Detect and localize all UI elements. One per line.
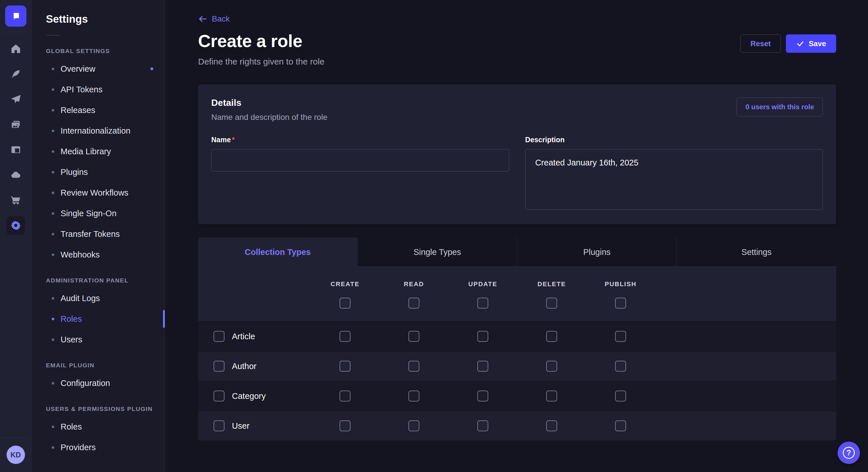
active-indicator <box>163 310 165 328</box>
description-textarea[interactable]: Created January 16th, 2025 <box>525 149 823 210</box>
subnav-item-transfer-tokens[interactable]: Transfer Tokens <box>32 224 165 244</box>
permission-cell <box>517 361 586 372</box>
settings-subnav: Settings GLOBAL SETTINGSOverviewAPI Toke… <box>32 0 165 472</box>
permission-cell <box>448 331 517 342</box>
row-select-checkbox-article[interactable] <box>214 331 224 342</box>
article-read-checkbox[interactable] <box>408 331 420 342</box>
permission-cell <box>586 420 655 431</box>
category-read-checkbox[interactable] <box>408 391 420 401</box>
author-delete-checkbox[interactable] <box>546 361 557 372</box>
category-delete-checkbox[interactable] <box>546 391 557 401</box>
required-marker: * <box>232 136 235 144</box>
subnav-item-api-tokens[interactable]: API Tokens <box>32 79 165 100</box>
author-create-checkbox[interactable] <box>340 361 350 372</box>
category-update-checkbox[interactable] <box>477 391 488 401</box>
details-card: Details Name and description of the role… <box>198 84 836 224</box>
subnav-item-internationalization[interactable]: Internationalization <box>32 121 165 141</box>
subnav-item-media-library[interactable]: Media Library <box>32 141 165 162</box>
author-update-checkbox[interactable] <box>477 361 488 372</box>
subnav-item-roles[interactable]: Roles <box>32 308 165 329</box>
subnav-item-webhooks[interactable]: Webhooks <box>32 244 165 265</box>
users-with-role-button[interactable]: 0 users with this role <box>737 98 823 116</box>
subnav-item-plugins[interactable]: Plugins <box>32 162 165 182</box>
select-all-publish-checkbox[interactable] <box>615 298 626 308</box>
strapi-logo-icon <box>9 10 22 22</box>
page-header: Create a role Define the rights given to… <box>198 31 836 67</box>
rail-footer: KD <box>0 438 31 472</box>
subnav-item-roles[interactable]: Roles <box>32 416 165 437</box>
user-publish-checkbox[interactable] <box>615 420 626 431</box>
table-row-user: User <box>198 411 836 440</box>
select-all-create-checkbox[interactable] <box>340 298 350 308</box>
row-select-checkbox-user[interactable] <box>214 420 224 431</box>
permission-cell <box>311 361 379 372</box>
subnav-item-configuration[interactable]: Configuration <box>32 373 165 394</box>
subnav-item-releases[interactable]: Releases <box>32 100 165 121</box>
select-all-delete-checkbox[interactable] <box>546 298 557 308</box>
user-read-checkbox[interactable] <box>408 420 420 431</box>
subnav-section: GLOBAL SETTINGSOverviewAPI TokensRelease… <box>32 47 165 265</box>
permissions-tabs: Collection TypesSingle TypesPluginsSetti… <box>198 237 836 267</box>
user-create-checkbox[interactable] <box>340 420 350 431</box>
avatar[interactable]: KD <box>7 446 25 464</box>
back-link[interactable]: Back <box>198 14 229 24</box>
subnav-section: EMAIL PLUGINConfiguration <box>32 362 165 394</box>
subnav-item-label: Audit Logs <box>61 294 100 303</box>
main-content: Back Create a role Define the rights giv… <box>165 0 868 472</box>
help-button[interactable]: ? <box>838 442 860 464</box>
category-publish-checkbox[interactable] <box>615 391 626 401</box>
paper-plane-icon[interactable] <box>7 90 25 108</box>
gear-icon[interactable] <box>7 216 25 235</box>
select-all-update-checkbox[interactable] <box>477 298 488 308</box>
subnav-item-review-workflows[interactable]: Review Workflows <box>32 182 165 203</box>
subnav-item-label: Webhooks <box>61 250 100 260</box>
tab-settings[interactable]: Settings <box>677 237 836 267</box>
name-input[interactable] <box>211 149 509 171</box>
subnav-item-label: Users <box>61 335 82 344</box>
user-delete-checkbox[interactable] <box>546 420 557 431</box>
article-publish-checkbox[interactable] <box>615 331 626 342</box>
tab-plugins[interactable]: Plugins <box>517 237 677 267</box>
layout-icon[interactable] <box>7 140 25 159</box>
cart-icon[interactable] <box>7 191 25 209</box>
strapi-logo[interactable] <box>5 5 26 27</box>
tab-collection-types[interactable]: Collection Types <box>198 237 358 267</box>
permissions-rows: ArticleAuthorCategoryUser <box>198 321 836 440</box>
details-fields: Name* Description Created January 16th, … <box>211 136 823 211</box>
cloud-icon[interactable] <box>7 166 25 184</box>
row-select-checkbox-category[interactable] <box>214 391 224 401</box>
category-create-checkbox[interactable] <box>340 391 350 401</box>
permissions-card: Collection TypesSingle TypesPluginsSetti… <box>198 237 836 440</box>
subnav-item-label: Single Sign-On <box>61 209 117 218</box>
reset-button[interactable]: Reset <box>740 34 781 53</box>
subnav-section: ADMINISTRATION PANELAudit LogsRolesUsers <box>32 277 165 350</box>
user-update-checkbox[interactable] <box>477 420 488 431</box>
row-label: Author <box>232 362 256 371</box>
subnav-item-overview[interactable]: Overview <box>32 59 165 79</box>
row-name-cell: User <box>198 420 311 431</box>
save-button[interactable]: Save <box>786 34 836 53</box>
tab-single-types[interactable]: Single Types <box>358 237 517 267</box>
images-icon[interactable] <box>7 115 25 134</box>
select-all-read-checkbox[interactable] <box>408 298 420 308</box>
article-create-checkbox[interactable] <box>340 331 350 342</box>
feather-icon[interactable] <box>7 65 25 83</box>
permission-cell <box>586 391 655 401</box>
permission-cell <box>517 420 586 431</box>
author-publish-checkbox[interactable] <box>615 361 626 372</box>
row-select-checkbox-author[interactable] <box>214 361 224 372</box>
author-read-checkbox[interactable] <box>408 361 420 372</box>
description-label: Description <box>525 136 823 144</box>
article-update-checkbox[interactable] <box>477 331 488 342</box>
article-delete-checkbox[interactable] <box>546 331 557 342</box>
bullet-icon <box>52 109 54 111</box>
subnav-item-providers[interactable]: Providers <box>32 437 165 458</box>
permissions-table-header: CREATEREADUPDATEDELETEPUBLISH <box>198 267 836 321</box>
subnav-title: Settings <box>46 13 165 25</box>
subnav-item-users[interactable]: Users <box>32 329 165 350</box>
subnav-item-single-sign-on[interactable]: Single Sign-On <box>32 203 165 224</box>
subnav-item-audit-logs[interactable]: Audit Logs <box>32 288 165 308</box>
bullet-icon <box>52 212 54 215</box>
bullet-icon <box>52 192 54 194</box>
home-icon[interactable] <box>7 40 25 58</box>
